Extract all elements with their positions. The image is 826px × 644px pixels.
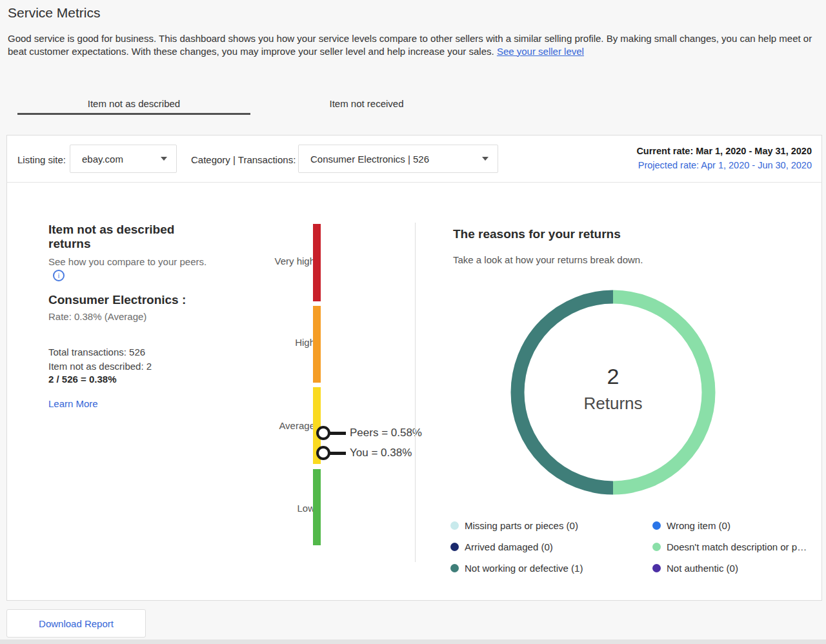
legend-dot-icon (652, 543, 661, 551)
current-rate-text: Current rate: Mar 1, 2020 - May 31, 2020 (636, 146, 812, 156)
donut-center-value: 2 (561, 364, 665, 389)
rate-line: Rate: 0.38% (Average) (48, 311, 146, 322)
returns-donut-chart (510, 290, 716, 495)
category-dropdown[interactable]: Consumer Electronics | 526 (298, 145, 498, 173)
peers-marker-icon (316, 426, 330, 440)
listing-site-value: ebay.com (82, 154, 154, 165)
legend-label: Not authentic (0) (667, 563, 738, 574)
tab-item-not-received[interactable]: Item not received (250, 92, 483, 115)
legend-item-not-working: Not working or defective (1) (450, 561, 583, 574)
you-marker-label: You = 0.38% (350, 447, 412, 459)
legend-item-arrived-damaged: Arrived damaged (0) (450, 540, 553, 553)
category-label: Category | Transactions: (191, 154, 296, 165)
chevron-down-icon (161, 157, 167, 161)
seller-level-link[interactable]: See your seller level (497, 46, 584, 57)
tab-item-not-as-described[interactable]: Item not as described (17, 92, 250, 115)
info-icon[interactable]: i (53, 270, 65, 281)
metrics-content: Item not as described returns See how yo… (6, 183, 822, 601)
legend-label: Missing parts or pieces (0) (465, 520, 578, 531)
gauge-zone-high (313, 306, 321, 383)
legend-dot-icon (652, 564, 661, 572)
donut-center-label: Returns (561, 394, 665, 414)
legend-label: Doesn't match description or p… (667, 541, 807, 552)
not-described-line: Item not as described: 2 (48, 361, 152, 372)
gauge-label-average: Average (245, 419, 315, 432)
you-marker-icon (316, 446, 330, 460)
summary-subheading: See how you compare to your peers. (48, 256, 206, 267)
you-marker-pointer (329, 452, 346, 455)
legend-dot-icon (450, 521, 459, 530)
download-report-button[interactable]: Download Report (6, 609, 146, 638)
intro-paragraph: Good service is good for business. This … (8, 33, 812, 57)
gauge-label-low: Low (245, 502, 315, 515)
category-value: Consumer Electronics | 526 (310, 154, 476, 165)
legend-item-wrong-item: Wrong item (0) (652, 519, 730, 532)
gauge-zone-low (313, 469, 321, 545)
donut-segment-not-working (518, 297, 613, 488)
category-heading: Consumer Electronics : (48, 293, 186, 307)
total-transactions-line: Total transactions: 526 (48, 347, 145, 357)
listing-site-label: Listing site: (17, 154, 66, 165)
legend-label: Not working or defective (1) (465, 563, 583, 574)
chevron-down-icon (482, 157, 489, 161)
legend-item-doesnt-match: Doesn't match description or p… (652, 540, 807, 553)
legend-label: Wrong item (0) (667, 520, 730, 531)
listing-site-dropdown[interactable]: ebay.com (70, 145, 177, 173)
legend-dot-icon (652, 521, 661, 530)
peers-marker-label: Peers = 0.58% (350, 427, 422, 439)
intro-text: Good service is good for business. This … (8, 32, 818, 57)
donut-segment-doesnt-match (613, 297, 709, 488)
legend-dot-icon (450, 564, 459, 572)
summary-heading: Item not as described returns (48, 223, 203, 251)
reasons-subheading: Take a look at how your returns break do… (453, 254, 643, 265)
vertical-divider (415, 223, 416, 562)
gauge-zone-very-high (313, 224, 321, 301)
rate-period: Current rate: Mar 1, 2020 - May 31, 2020… (636, 146, 812, 170)
learn-more-link[interactable]: Learn More (48, 398, 98, 409)
calc-line: 2 / 526 = 0.38% (48, 374, 117, 385)
gauge-label-very-high: Very high (245, 255, 315, 268)
peers-marker-pointer (329, 432, 346, 435)
legend-item-not-authentic: Not authentic (0) (652, 561, 738, 574)
legend-dot-icon (450, 543, 459, 551)
projected-rate-link[interactable]: Projected rate: Apr 1, 2020 - Jun 30, 20… (636, 160, 812, 170)
service-metrics-page: Service Metrics Good service is good for… (0, 0, 826, 644)
bottom-strip (0, 639, 826, 644)
filter-bar: Listing site: ebay.com Category | Transa… (6, 135, 822, 183)
legend-label: Arrived damaged (0) (465, 541, 553, 552)
gauge-label-high: High (245, 336, 315, 349)
page-title: Service Metrics (8, 5, 101, 21)
reasons-heading: The reasons for your returns (453, 227, 621, 241)
legend-item-missing-parts: Missing parts or pieces (0) (450, 519, 578, 532)
